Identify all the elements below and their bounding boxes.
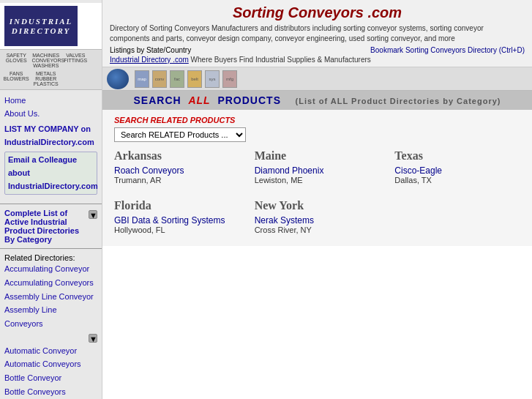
sidebar-img-1: SAFETYGLOVES: [1, 51, 31, 70]
content-area: SEARCH RELATED PRODUCTS Search RELATED P…: [102, 110, 532, 246]
state-name-maine: Maine: [255, 149, 381, 163]
bar-img-2: conv: [152, 70, 167, 88]
state-name-arkansas: Arkansas: [114, 149, 240, 163]
company-cisco-location: Dallas, TX: [394, 176, 520, 184]
company-gbi[interactable]: GBI Data & Sorting Systems: [114, 215, 240, 225]
state-name-florida: Florida: [114, 199, 240, 212]
related-link-3[interactable]: Assembly Line Conveyors: [4, 303, 97, 330]
sidebar-home[interactable]: Home: [4, 94, 97, 108]
sidebar-about[interactable]: About Us.: [4, 108, 97, 121]
related-directories-section: Related Directories: Accumulating Convey…: [0, 253, 102, 399]
search-text: SEARCH ALL PRODUCTS (List of ALL Product…: [134, 94, 501, 106]
sidebar: INDUSTRIALDIRECTORY SAFETYGLOVES MACHINE…: [0, 0, 102, 399]
state-newyork: New York Nerak Systems Cross River, NY: [255, 199, 381, 234]
where-buyers-text: Where Buyers Find Industrial Supplies & …: [191, 56, 371, 64]
sidebar-complete-list[interactable]: Complete List of Active Industrial Produ…: [4, 209, 89, 244]
header: Sorting Conveyors .com Directory of Sort…: [102, 0, 532, 67]
state-texas: Texas Cisco-Eagle Dallas, TX: [394, 149, 520, 184]
related-link-0[interactable]: Accumulating Conveyor: [4, 262, 97, 276]
industrial-dir-link[interactable]: Industrial Directory .com: [110, 56, 189, 64]
site-title: Sorting Conveyors .com: [110, 4, 525, 21]
all-word: ALL: [188, 94, 210, 106]
products-word: PRODUCTS: [217, 94, 281, 106]
company-diamond[interactable]: Diamond Phoenix: [255, 165, 381, 176]
related-link-4[interactable]: Automatic Conveyor: [4, 344, 97, 358]
related-italic: RELATED: [151, 116, 188, 124]
search-related-label: SEARCH RELATED PRODUCTS: [114, 116, 520, 124]
company-nerak[interactable]: Nerak Systems: [255, 215, 381, 225]
image-bar: map conv fac belt sys mfg: [102, 67, 532, 91]
main-content: Sorting Conveyors .com Directory of Sort…: [102, 0, 532, 399]
company-cisco[interactable]: Cisco-Eagle: [394, 165, 520, 176]
related-link-2[interactable]: Assembly Line Conveyor: [4, 290, 97, 304]
logo-area: INDUSTRIALDIRECTORY: [0, 3, 102, 50]
scroll-btn-1[interactable]: ▼: [89, 210, 97, 219]
company-nerak-location: Cross River, NY: [255, 225, 381, 234]
related-link-5[interactable]: Automatic Conveyors: [4, 357, 97, 371]
header-links: Listings by State/Country Bookmark Sorti…: [110, 46, 525, 54]
sidebar-img-2: MACHINESCONVEYORSWASHERS: [31, 51, 61, 70]
listings-label: Listings by State/Country: [110, 46, 191, 54]
scroll-btn-2[interactable]: ▼: [89, 334, 97, 343]
bookmark-link[interactable]: Bookmark Sorting Conveyors Directory (Ct…: [370, 46, 525, 54]
bar-img-3: fac: [170, 70, 184, 88]
sidebar-img-3: VALVESFITTINGS: [61, 51, 91, 70]
sidebar-nav: Home About Us. LIST MY COMPANY on Indust…: [0, 90, 102, 199]
image-bar-items: map conv fac belt sys mfg: [135, 70, 237, 88]
related-link-7[interactable]: Bottle Conveyors: [4, 385, 97, 399]
tagline: Directory of Sorting Conveyors Manufactu…: [110, 23, 525, 44]
company-gbi-location: Hollywood, FL: [114, 225, 240, 234]
related-dirs-label: Related Directories:: [4, 253, 97, 262]
sidebar-list-company[interactable]: LIST MY COMPANY on IndustrialDirectory.c…: [4, 123, 97, 149]
search-related-dropdown[interactable]: Search RELATED Products ...: [114, 127, 246, 142]
globe-icon: [107, 69, 129, 89]
company-roach[interactable]: Roach Conveyors: [114, 165, 240, 176]
search-bar[interactable]: SEARCH ALL PRODUCTS (List of ALL Product…: [102, 91, 532, 110]
related-link-6[interactable]: Bottle Conveyor: [4, 371, 97, 385]
state-name-newyork: New York: [255, 199, 381, 212]
state-maine: Maine Diamond Phoenix Lewiston, ME: [255, 149, 381, 184]
state-name-texas: Texas: [394, 149, 520, 163]
sidebar-email-colleague[interactable]: Email a Colleague about IndustrialDirect…: [4, 152, 97, 195]
sidebar-img-5: METALSRUBBERPLASTICS: [31, 70, 61, 88]
sidebar-img-4: FANSBLOWERS: [1, 70, 31, 88]
bar-img-5: sys: [205, 70, 220, 88]
company-roach-location: Trumann, AR: [114, 176, 240, 184]
company-diamond-location: Lewiston, ME: [255, 176, 381, 184]
search-related-section: SEARCH RELATED PRODUCTS Search RELATED P…: [114, 116, 520, 142]
products-label: PRODUCTS: [190, 116, 236, 124]
sidebar-image-strip: SAFETYGLOVES MACHINESCONVEYORSWASHERS VA…: [0, 50, 102, 90]
state-arkansas: Arkansas Roach Conveyors Trumann, AR: [114, 149, 240, 184]
bar-img-4: belt: [187, 70, 202, 88]
logo: INDUSTRIALDIRECTORY: [4, 6, 78, 46]
related-link-1[interactable]: Accumulating Conveyors: [4, 276, 97, 290]
state-florida: Florida GBI Data & Sorting Systems Holly…: [114, 199, 240, 234]
listings-grid: Arkansas Roach Conveyors Trumann, AR Mai…: [114, 149, 520, 240]
sidebar-directories-link: Complete List of Active Industrial Produ…: [0, 209, 102, 244]
bar-img-6: mfg: [222, 70, 237, 88]
bar-img-1: map: [135, 70, 149, 88]
search-suffix: (List of ALL Product Directories by Cate…: [296, 97, 501, 105]
search-word: SEARCH: [134, 94, 181, 106]
search-label-text: SEARCH: [114, 116, 151, 124]
